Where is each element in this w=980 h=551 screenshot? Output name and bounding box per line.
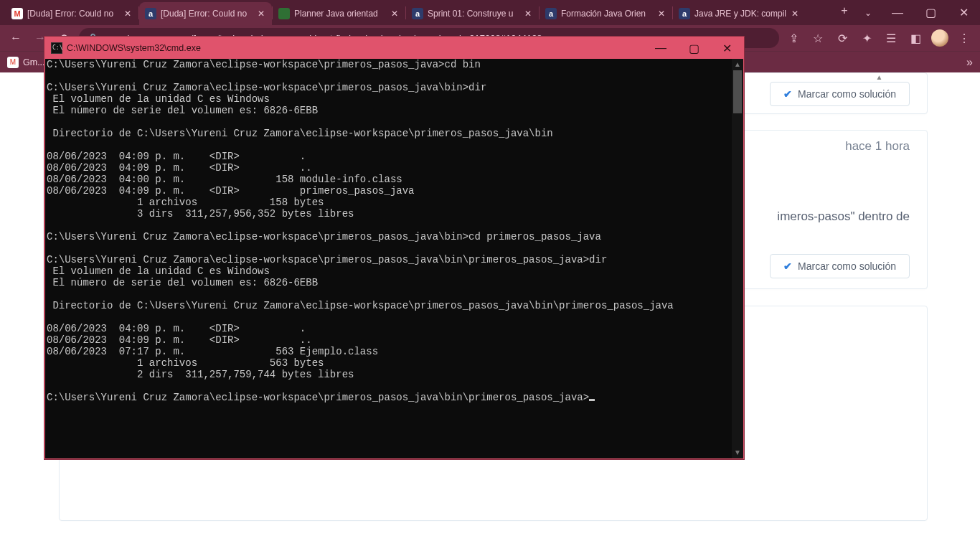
browser-tab[interactable]: M[Duda] Error: Could no✕ (6, 2, 138, 25)
browser-tab[interactable]: aSprint 01: Construye u✕ (406, 2, 539, 25)
tab-favicon (278, 8, 290, 19)
mark-solution-button[interactable]: ✔ Marcar como solución (770, 254, 910, 278)
new-tab-button[interactable]: + (834, 0, 855, 22)
bookmark-star-icon[interactable]: ☆ (808, 28, 828, 48)
tab-close-icon[interactable]: ✕ (791, 9, 800, 19)
tab-label: [Duda] Error: Could no (27, 9, 120, 19)
post-snippet: imeros-pasos" dentro de (777, 209, 910, 224)
cmd-minimize-button[interactable]: ― (644, 37, 677, 59)
kebab-menu-icon[interactable]: ⋮ (954, 28, 974, 48)
tab-favicon: M (11, 8, 23, 19)
window-maximize-button[interactable]: ▢ (914, 0, 947, 25)
cmd-close-button[interactable]: ✕ (710, 37, 743, 59)
tab-favicon: a (679, 8, 690, 19)
browser-tab[interactable]: aFormación Java Orien✕ (540, 2, 672, 25)
bookmark-favicon: M (7, 57, 19, 68)
mark-solution-label: Marcar como solución (798, 260, 896, 272)
bookmark-item[interactable]: MGm... (7, 57, 45, 68)
tab-close-icon[interactable]: ✕ (258, 9, 266, 19)
browser-tab[interactable]: Planner Java orientad✕ (273, 2, 405, 25)
reading-list-icon[interactable]: ☰ (881, 28, 901, 48)
bookmarks-overflow-icon[interactable]: » (966, 56, 973, 69)
side-panel-icon[interactable]: ◧ (905, 28, 925, 48)
tabstrip: M[Duda] Error: Could no✕a[Duda] Error: C… (0, 0, 834, 25)
tab-close-icon[interactable]: ✕ (124, 9, 133, 19)
tab-favicon: a (545, 8, 557, 19)
tab-close-icon[interactable]: ✕ (524, 9, 533, 19)
tab-close-icon[interactable]: ✕ (658, 9, 666, 19)
sync-icon[interactable]: ⟳ (832, 28, 852, 48)
browser-tab[interactable]: a[Duda] Error: Could no✕ (139, 2, 272, 25)
extensions-icon[interactable]: ✦ (857, 28, 877, 48)
window-minimize-button[interactable]: ― (881, 0, 914, 25)
browser-tab[interactable]: aJava JRE y JDK: compil✕ (673, 2, 806, 25)
cmd-maximize-button[interactable]: ▢ (677, 37, 710, 59)
tab-label: Formación Java Orien (561, 9, 654, 19)
cmd-scrollbar[interactable]: ▲ ▼ (732, 59, 743, 458)
cmd-title-text: C:\WINDOWS\system32\cmd.exe (67, 43, 644, 53)
scroll-down-icon[interactable]: ▼ (732, 447, 743, 458)
tab-favicon: a (145, 8, 156, 19)
tab-close-icon[interactable]: ✕ (391, 9, 400, 19)
check-icon: ✔ (783, 260, 792, 272)
window-close-button[interactable]: ✕ (947, 0, 980, 25)
bookmark-label: Gm... (23, 57, 45, 67)
cmd-icon (51, 42, 62, 54)
check-icon: ✔ (783, 88, 792, 100)
tab-label: Sprint 01: Construye u (428, 9, 520, 19)
nav-back-button[interactable]: ← (6, 28, 26, 48)
post-timestamp: hace 1 hora (845, 139, 910, 154)
tab-label: Java JRE y JDK: compil (694, 9, 787, 19)
profile-avatar[interactable] (930, 28, 950, 48)
tab-label: [Duda] Error: Could no (161, 9, 253, 19)
tab-favicon: a (412, 8, 423, 19)
scroll-thumb[interactable] (733, 70, 742, 113)
scroll-up-icon[interactable]: ▲ (732, 59, 743, 70)
cmd-titlebar[interactable]: C:\WINDOWS\system32\cmd.exe ― ▢ ✕ (45, 37, 743, 59)
tab-overflow-button[interactable]: ⌄ (855, 0, 881, 25)
cmd-output[interactable]: C:\Users\Yureni Cruz Zamora\eclipse-work… (45, 59, 732, 458)
tab-label: Planner Java orientad (294, 9, 387, 19)
cmd-window: C:\WINDOWS\system32\cmd.exe ― ▢ ✕ C:\Use… (44, 37, 744, 459)
browser-titlebar: M[Duda] Error: Could no✕a[Duda] Error: C… (0, 0, 980, 25)
cmd-cursor (589, 399, 595, 401)
share-icon[interactable]: ⇪ (783, 28, 804, 48)
mark-solution-button[interactable]: ✔ Marcar como solución (770, 82, 910, 106)
card-scroll-up-icon[interactable]: ▲ (875, 73, 884, 83)
